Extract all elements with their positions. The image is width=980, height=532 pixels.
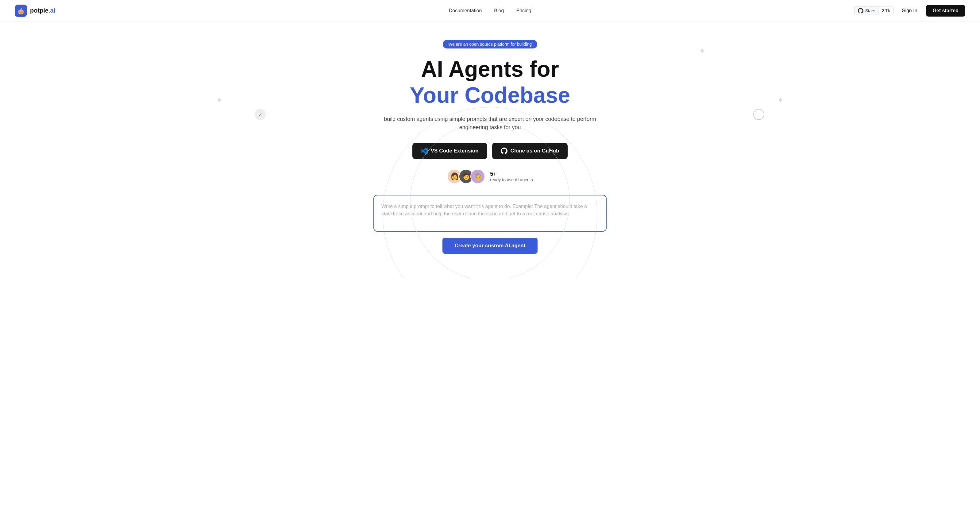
logo-text: potpie.ai [30,7,55,14]
cta-buttons: VS Code Extension Clone us on GitHub [412,143,568,159]
nav-right: Stars 2.7k Sign In Get started [854,5,965,17]
check-icon-deco: ✓ [255,109,266,120]
signin-button[interactable]: Sign In [898,6,921,16]
github-stars-label: Stars [855,6,879,15]
hero-title-line1: AI Agents for [421,57,559,81]
stars-count: 2.7k [878,7,893,15]
star-deco-mid-left: ✦ [216,95,223,105]
avatar-3: 🧓 [470,169,485,184]
nav-blog[interactable]: Blog [494,8,504,13]
hero-subtitle: build custom agents using simple prompts… [383,115,597,132]
github-clone-icon [501,148,508,155]
nav-pricing[interactable]: Pricing [516,8,531,13]
vscode-button-label: VS Code Extension [431,148,479,154]
logo[interactable]: 🥧 potpie.ai [15,5,55,17]
hero-title-line2: Your Codebase [410,83,570,108]
nav-links: Documentation Blog Pricing [449,8,531,13]
get-started-button[interactable]: Get started [926,5,965,17]
stars-label-text: Stars [865,8,875,13]
agent-count-text: 5+ ready to use AI agents [490,171,533,182]
github-icon [858,8,864,13]
github-button[interactable]: Clone us on GitHub [492,143,568,159]
navbar: 🥧 potpie.ai Documentation Blog Pricing S… [0,0,980,21]
nav-documentation[interactable]: Documentation [449,8,482,13]
vscode-icon [421,148,428,155]
star-deco-mid-right: ✦ [777,95,784,105]
agent-avatars: 👩 🧑 🧓 [447,169,485,184]
create-agent-button[interactable]: Create your custom AI agent [442,238,538,254]
prompt-textarea[interactable] [374,195,606,232]
github-button-label: Clone us on GitHub [511,148,559,154]
agent-count-number: 5+ [490,171,533,177]
github-stars-link[interactable]: Stars 2.7k [854,6,894,15]
logo-icon: 🥧 [15,5,27,17]
vscode-button[interactable]: VS Code Extension [412,143,487,159]
ring-icon-deco [753,109,764,120]
hero-badge: We are an open source platform for build… [443,40,537,48]
agent-count-row: 👩 🧑 🧓 5+ ready to use AI agents [447,169,533,184]
star-deco-top-right: ✦ [698,46,706,56]
hero-section: ✦ ✦ ✦ ✓ We are an open source platform f… [0,21,980,278]
agent-count-label: ready to use AI agents [490,177,533,182]
